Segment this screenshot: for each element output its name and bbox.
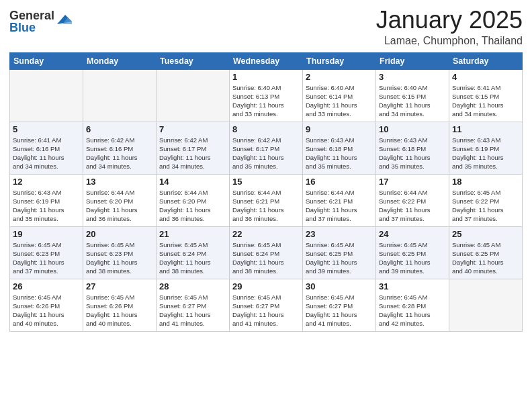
weekday-header-tuesday: Tuesday (157, 52, 230, 69)
location-title: Lamae, Chumphon, Thailand (376, 35, 523, 47)
cell-info: Sunrise: 6:41 AM Sunset: 6:15 PM Dayligh… (452, 83, 519, 119)
weekday-header-saturday: Saturday (449, 52, 523, 69)
cell-info: Sunrise: 6:45 AM Sunset: 6:25 PM Dayligh… (452, 240, 519, 276)
month-title: January 2025 (376, 7, 523, 34)
logo-icon (56, 12, 72, 28)
cell-info: Sunrise: 6:45 AM Sunset: 6:26 PM Dayligh… (86, 293, 153, 328)
cell-day-number: 20 (86, 229, 153, 239)
cell-day-number: 12 (13, 177, 80, 187)
cell-info: Sunrise: 6:44 AM Sunset: 6:21 PM Dayligh… (232, 188, 300, 224)
cell-info: Sunrise: 6:45 AM Sunset: 6:25 PM Dayligh… (306, 240, 373, 276)
calendar-cell: 11Sunrise: 6:43 AM Sunset: 6:19 PM Dayli… (449, 122, 523, 174)
cell-day-number: 6 (86, 124, 153, 134)
cell-day-number: 15 (232, 177, 300, 187)
calendar-cell: 23Sunrise: 6:45 AM Sunset: 6:25 PM Dayli… (303, 226, 376, 279)
cell-day-number: 16 (306, 177, 373, 187)
cell-info: Sunrise: 6:44 AM Sunset: 6:20 PM Dayligh… (159, 188, 226, 224)
calendar-cell: 16Sunrise: 6:44 AM Sunset: 6:21 PM Dayli… (303, 174, 376, 226)
cell-info: Sunrise: 6:45 AM Sunset: 6:27 PM Dayligh… (159, 293, 226, 328)
calendar-cell: 27Sunrise: 6:45 AM Sunset: 6:26 PM Dayli… (83, 279, 157, 331)
calendar-cell: 26Sunrise: 6:45 AM Sunset: 6:26 PM Dayli… (10, 279, 83, 331)
cell-day-number: 1 (232, 72, 300, 82)
calendar-cell: 3Sunrise: 6:40 AM Sunset: 6:15 PM Daylig… (376, 69, 449, 122)
calendar-cell (449, 279, 523, 331)
cell-info: Sunrise: 6:45 AM Sunset: 6:27 PM Dayligh… (232, 293, 300, 328)
calendar-cell: 17Sunrise: 6:44 AM Sunset: 6:22 PM Dayli… (376, 174, 449, 226)
calendar-cell: 12Sunrise: 6:43 AM Sunset: 6:19 PM Dayli… (10, 174, 83, 226)
cell-day-number: 24 (379, 229, 446, 239)
calendar-cell (83, 69, 157, 122)
weekday-header-wednesday: Wednesday (230, 52, 303, 69)
calendar-cell: 31Sunrise: 6:45 AM Sunset: 6:28 PM Dayli… (376, 279, 449, 331)
week-row-3: 12Sunrise: 6:43 AM Sunset: 6:19 PM Dayli… (10, 174, 523, 226)
week-row-4: 19Sunrise: 6:45 AM Sunset: 6:23 PM Dayli… (10, 226, 523, 279)
calendar-cell: 6Sunrise: 6:42 AM Sunset: 6:16 PM Daylig… (83, 122, 157, 174)
calendar-cell: 24Sunrise: 6:45 AM Sunset: 6:25 PM Dayli… (376, 226, 449, 279)
cell-info: Sunrise: 6:45 AM Sunset: 6:23 PM Dayligh… (86, 240, 153, 276)
cell-info: Sunrise: 6:43 AM Sunset: 6:18 PM Dayligh… (379, 136, 446, 171)
weekday-header-monday: Monday (83, 52, 157, 69)
cell-info: Sunrise: 6:42 AM Sunset: 6:17 PM Dayligh… (159, 136, 226, 171)
cell-day-number: 11 (452, 124, 519, 134)
cell-info: Sunrise: 6:40 AM Sunset: 6:15 PM Dayligh… (379, 83, 446, 119)
cell-day-number: 31 (379, 281, 446, 291)
week-row-5: 26Sunrise: 6:45 AM Sunset: 6:26 PM Dayli… (10, 279, 523, 331)
calendar-cell: 22Sunrise: 6:45 AM Sunset: 6:24 PM Dayli… (230, 226, 303, 279)
calendar-cell: 2Sunrise: 6:40 AM Sunset: 6:14 PM Daylig… (303, 69, 376, 122)
calendar-cell: 19Sunrise: 6:45 AM Sunset: 6:23 PM Dayli… (10, 226, 83, 279)
cell-info: Sunrise: 6:45 AM Sunset: 6:25 PM Dayligh… (379, 240, 446, 276)
cell-day-number: 4 (452, 72, 519, 82)
calendar-cell: 7Sunrise: 6:42 AM Sunset: 6:17 PM Daylig… (157, 122, 230, 174)
weekday-header-friday: Friday (376, 52, 449, 69)
cell-day-number: 22 (232, 229, 300, 239)
cell-info: Sunrise: 6:44 AM Sunset: 6:21 PM Dayligh… (306, 188, 373, 224)
cell-day-number: 7 (159, 124, 226, 134)
calendar-cell: 20Sunrise: 6:45 AM Sunset: 6:23 PM Dayli… (83, 226, 157, 279)
weekday-header-thursday: Thursday (303, 52, 376, 69)
cell-day-number: 8 (232, 124, 300, 134)
logo: General Blue (9, 9, 72, 34)
calendar: SundayMondayTuesdayWednesdayThursdayFrid… (9, 52, 523, 332)
cell-info: Sunrise: 6:45 AM Sunset: 6:24 PM Dayligh… (232, 240, 300, 276)
calendar-cell: 1Sunrise: 6:40 AM Sunset: 6:13 PM Daylig… (230, 69, 303, 122)
cell-day-number: 3 (379, 72, 446, 82)
cell-day-number: 14 (159, 177, 226, 187)
cell-day-number: 9 (306, 124, 373, 134)
cell-info: Sunrise: 6:43 AM Sunset: 6:19 PM Dayligh… (13, 188, 80, 224)
logo-blue: Blue (9, 21, 54, 34)
cell-info: Sunrise: 6:44 AM Sunset: 6:22 PM Dayligh… (379, 188, 446, 224)
cell-day-number: 10 (379, 124, 446, 134)
calendar-cell (157, 69, 230, 122)
cell-day-number: 17 (379, 177, 446, 187)
cell-info: Sunrise: 6:40 AM Sunset: 6:13 PM Dayligh… (232, 83, 300, 119)
cell-day-number: 26 (13, 281, 80, 291)
cell-day-number: 18 (452, 177, 519, 187)
cell-info: Sunrise: 6:44 AM Sunset: 6:20 PM Dayligh… (86, 188, 153, 224)
calendar-cell: 29Sunrise: 6:45 AM Sunset: 6:27 PM Dayli… (230, 279, 303, 331)
calendar-cell (10, 69, 83, 122)
cell-day-number: 5 (13, 124, 80, 134)
calendar-cell: 8Sunrise: 6:42 AM Sunset: 6:17 PM Daylig… (230, 122, 303, 174)
cell-info: Sunrise: 6:45 AM Sunset: 6:23 PM Dayligh… (13, 240, 80, 276)
cell-info: Sunrise: 6:43 AM Sunset: 6:19 PM Dayligh… (452, 136, 519, 171)
calendar-cell: 9Sunrise: 6:43 AM Sunset: 6:18 PM Daylig… (303, 122, 376, 174)
cell-day-number: 28 (159, 281, 226, 291)
cell-info: Sunrise: 6:42 AM Sunset: 6:16 PM Dayligh… (86, 136, 153, 171)
calendar-cell: 10Sunrise: 6:43 AM Sunset: 6:18 PM Dayli… (376, 122, 449, 174)
calendar-cell: 14Sunrise: 6:44 AM Sunset: 6:20 PM Dayli… (157, 174, 230, 226)
calendar-cell: 15Sunrise: 6:44 AM Sunset: 6:21 PM Dayli… (230, 174, 303, 226)
cell-day-number: 25 (452, 229, 519, 239)
cell-day-number: 27 (86, 281, 153, 291)
logo-general: General (9, 9, 54, 21)
cell-info: Sunrise: 6:45 AM Sunset: 6:27 PM Dayligh… (306, 293, 373, 328)
cell-info: Sunrise: 6:43 AM Sunset: 6:18 PM Dayligh… (306, 136, 373, 171)
cell-day-number: 30 (306, 281, 373, 291)
cell-info: Sunrise: 6:40 AM Sunset: 6:14 PM Dayligh… (306, 83, 373, 119)
calendar-cell: 5Sunrise: 6:41 AM Sunset: 6:16 PM Daylig… (10, 122, 83, 174)
title-area: January 2025 Lamae, Chumphon, Thailand (376, 7, 523, 47)
week-row-1: 1Sunrise: 6:40 AM Sunset: 6:13 PM Daylig… (10, 69, 523, 122)
cell-day-number: 21 (159, 229, 226, 239)
header: General Blue January 2025 Lamae, Chumpho… (9, 7, 523, 47)
cell-info: Sunrise: 6:41 AM Sunset: 6:16 PM Dayligh… (13, 136, 80, 171)
cell-info: Sunrise: 6:45 AM Sunset: 6:26 PM Dayligh… (13, 293, 80, 328)
